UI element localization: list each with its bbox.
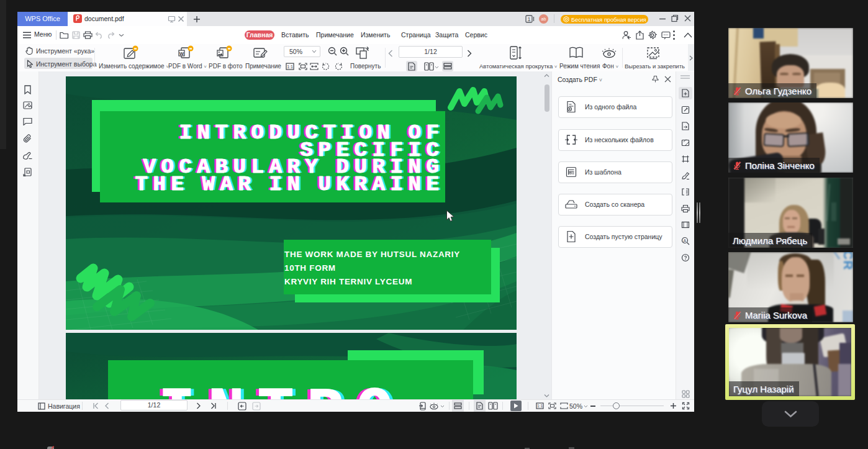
svg-text:1:1: 1:1	[537, 404, 543, 408]
svg-text:W: W	[179, 51, 184, 57]
svg-text:1:1: 1:1	[287, 65, 293, 69]
svg-text:1: 1	[527, 16, 530, 22]
svg-text:A: A	[684, 238, 687, 243]
